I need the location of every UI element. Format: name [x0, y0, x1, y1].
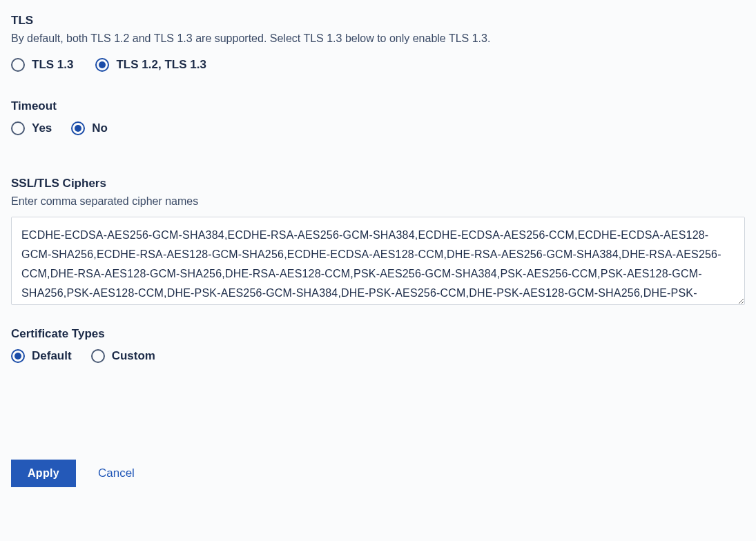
cert-radio-default[interactable]: Default: [11, 349, 72, 363]
radio-icon: [91, 349, 105, 363]
cert-radio-default-label: Default: [32, 349, 72, 363]
cancel-button[interactable]: Cancel: [98, 466, 135, 480]
cert-title: Certificate Types: [11, 327, 745, 341]
footer-actions: Apply Cancel: [11, 460, 745, 487]
ciphers-input[interactable]: ECDHE-ECDSA-AES256-GCM-SHA384,ECDHE-RSA-…: [11, 217, 745, 305]
timeout-radio-yes-label: Yes: [32, 121, 52, 135]
cert-radio-custom[interactable]: Custom: [91, 349, 155, 363]
cert-radio-custom-label: Custom: [112, 349, 155, 363]
tls-title: TLS: [11, 14, 745, 28]
tls-section: TLS By default, both TLS 1.2 and TLS 1.3…: [11, 14, 745, 72]
tls-radio-tls13[interactable]: TLS 1.3: [11, 58, 73, 72]
timeout-section: Timeout Yes No: [11, 99, 745, 135]
radio-icon: [95, 58, 109, 72]
cert-radio-group: Default Custom: [11, 349, 745, 363]
timeout-radio-group: Yes No: [11, 121, 745, 135]
tls-radio-tls1213-label: TLS 1.2, TLS 1.3: [116, 58, 206, 72]
timeout-radio-no[interactable]: No: [71, 121, 108, 135]
apply-button[interactable]: Apply: [11, 460, 76, 487]
cert-section: Certificate Types Default Custom: [11, 327, 745, 363]
radio-icon: [11, 349, 25, 363]
timeout-title: Timeout: [11, 99, 745, 113]
radio-icon: [11, 58, 25, 72]
tls-description: By default, both TLS 1.2 and TLS 1.3 are…: [11, 30, 745, 47]
ciphers-description: Enter comma separated cipher names: [11, 193, 745, 210]
timeout-radio-no-label: No: [92, 121, 108, 135]
tls-radio-tls1213[interactable]: TLS 1.2, TLS 1.3: [95, 58, 206, 72]
tls-radio-tls13-label: TLS 1.3: [32, 58, 73, 72]
radio-icon: [71, 121, 85, 135]
timeout-radio-yes[interactable]: Yes: [11, 121, 52, 135]
tls-radio-group: TLS 1.3 TLS 1.2, TLS 1.3: [11, 58, 745, 72]
radio-icon: [11, 121, 25, 135]
ciphers-title: SSL/TLS Ciphers: [11, 177, 745, 190]
ciphers-section: SSL/TLS Ciphers Enter comma separated ci…: [11, 177, 745, 308]
